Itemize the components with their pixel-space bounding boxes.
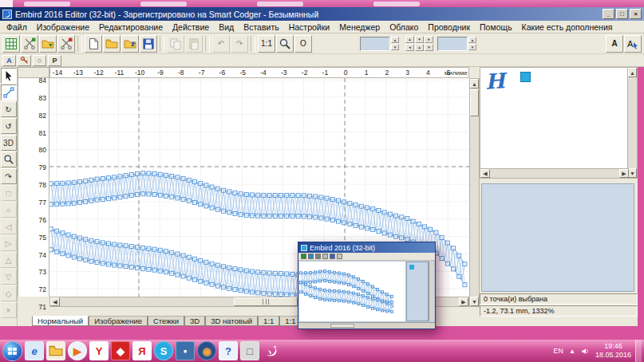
flag-p-button[interactable]: P [48, 55, 61, 66]
font-a-button[interactable]: A [2, 55, 16, 66]
popup-tool-1[interactable] [308, 254, 314, 259]
transform-tool[interactable]: ↷ [1, 168, 17, 184]
open-file-button[interactable] [103, 35, 121, 53]
redo-button[interactable]: ↷ [231, 35, 248, 53]
popup-tool-5[interactable] [337, 254, 342, 259]
scroll-right-icon[interactable]: ▶ [619, 169, 629, 178]
diamond-tool[interactable]: ◇ [1, 285, 17, 301]
menu-item-9[interactable]: Проводник [423, 22, 475, 33]
taskbar-media-player[interactable]: ▶ [68, 341, 87, 360]
node-edit-tool[interactable] [1, 85, 17, 100]
popup-tool-0[interactable] [301, 254, 306, 259]
tray-expand-icon[interactable]: ▲ [569, 348, 575, 355]
taskbar-embird-bird[interactable] [262, 341, 281, 360]
triangle-down-tool[interactable]: ▽ [1, 269, 17, 285]
color-swatch-2[interactable] [437, 37, 468, 51]
rotate-tool[interactable]: ↺ [1, 118, 17, 134]
scroll-up-icon[interactable]: ▲ [470, 79, 479, 89]
view-3d-tool[interactable]: 3D [1, 135, 17, 151]
popup-scroll-thumb[interactable] [330, 324, 354, 328]
tray-language[interactable]: EN [554, 347, 564, 355]
save-file-button[interactable] [140, 35, 157, 53]
triangle-up-tool[interactable]: △ [1, 252, 17, 268]
panel-vertical-scrollbar[interactable]: ▲ ▼ [627, 68, 637, 178]
menu-item-3[interactable]: Действие [168, 22, 214, 33]
scroll-left-icon[interactable]: ◀ [480, 169, 490, 178]
taskbar-help[interactable]: ? [219, 341, 238, 360]
color-swatch-1[interactable] [360, 37, 390, 51]
import-file-button[interactable] [121, 35, 139, 53]
lasso-tool-button[interactable]: ○ [33, 55, 46, 66]
hoop-export-button[interactable] [39, 35, 57, 53]
reshape-tool[interactable]: ↻ [1, 101, 17, 117]
vertical-scroll-thumb[interactable] [470, 89, 479, 116]
menu-item-5[interactable]: Вставить [239, 22, 284, 33]
menu-item-6[interactable]: Настройки [284, 22, 335, 33]
tab-0[interactable]: Нормальный [32, 316, 89, 326]
tab-4[interactable]: 3D натовый [205, 316, 258, 326]
spinner-2-down-icon[interactable]: ▾ [468, 44, 476, 50]
menu-item-1[interactable]: Изображение [32, 22, 94, 33]
taskbar-yandex-browser[interactable]: Y [89, 341, 109, 360]
zoom-tool-button[interactable] [276, 35, 294, 53]
popup-vertical-scrollbar[interactable] [429, 262, 434, 321]
rect-tool[interactable]: □ [1, 185, 17, 201]
tab-5[interactable]: 1:1 [258, 316, 279, 326]
mini-controls-4[interactable]: ▴ [415, 44, 424, 51]
taskbar-round-app[interactable]: ◉ [197, 341, 216, 360]
menu-item-11[interactable]: Какие есть дополнения [517, 22, 618, 33]
letter-o-button[interactable]: O [294, 35, 312, 53]
taskbar-skype[interactable]: S [154, 341, 173, 360]
canvas-vertical-scrollbar[interactable]: ▲ ▼ [469, 78, 480, 307]
text-edit-button[interactable]: A [624, 35, 642, 53]
mini-controls-5[interactable]: ▾ [425, 44, 433, 51]
close-button[interactable]: × [630, 9, 642, 19]
mirror-left-tool[interactable]: ◁ [1, 218, 17, 234]
start-button[interactable] [2, 341, 22, 361]
mirror-right-tool[interactable]: ▷ [1, 235, 17, 251]
taskbar-window-app[interactable]: □ [240, 341, 259, 360]
menu-item-7[interactable]: Менеджер [334, 22, 385, 33]
spinner-1-down-icon[interactable]: ▾ [391, 44, 399, 50]
tab-3[interactable]: 3D [184, 316, 205, 326]
titlebar[interactable]: Embird 2016 Editor (32-bit) - Зарегистри… [0, 7, 644, 21]
object-list-panel[interactable]: H ▲ ▼ ◀ ▶ [480, 67, 638, 179]
show-desktop-button[interactable] [635, 340, 642, 362]
menu-item-10[interactable]: Помощь [475, 22, 517, 33]
popup-canvas[interactable] [299, 262, 405, 321]
scroll-down-icon[interactable]: ▼ [470, 297, 479, 306]
spinner-1-up-icon[interactable]: ▴ [391, 37, 399, 43]
zoom-1to1-button[interactable]: 1:1 [258, 35, 275, 53]
spinner-2-up-icon[interactable]: ▴ [468, 37, 476, 43]
taskbar-ie[interactable]: e [25, 341, 44, 360]
ellipse-tool[interactable]: ○ [1, 202, 17, 218]
menu-item-0[interactable]: Файл [2, 22, 32, 33]
tab-1[interactable]: Изображение [89, 316, 148, 326]
hoop-grid-button[interactable] [2, 35, 20, 53]
popup-horizontal-scrollbar[interactable] [298, 322, 435, 329]
cross-tool[interactable]: × [1, 302, 17, 318]
copy-button[interactable] [167, 35, 184, 53]
popup-tool-2[interactable] [315, 254, 321, 259]
menu-item-2[interactable]: Редактирование [94, 22, 168, 33]
scroll-down-icon[interactable]: ▼ [628, 168, 637, 178]
tray-volume-icon[interactable] [581, 347, 590, 356]
mini-controls-2[interactable]: ▸ [425, 36, 433, 43]
popup-window[interactable]: Embird 2016 (32-bit) [298, 242, 436, 329]
delete-stitches-button[interactable] [57, 35, 75, 53]
paste-button[interactable] [185, 35, 203, 53]
split-stitches-button[interactable] [21, 35, 38, 53]
spinner-1[interactable]: ▴▾ [391, 37, 399, 50]
popup-tool-3[interactable] [322, 254, 328, 259]
tab-2[interactable]: Стежки [148, 316, 184, 326]
text-a-button[interactable]: A [606, 35, 623, 53]
taskbar-red-app[interactable]: ◆ [111, 341, 130, 360]
select-tool[interactable] [1, 68, 17, 84]
scroll-up-icon[interactable]: ▲ [628, 68, 637, 77]
horizontal-scroll-thumb[interactable] [234, 297, 298, 306]
scroll-right-icon[interactable]: ▶ [459, 297, 468, 306]
taskbar-explorer[interactable] [46, 341, 65, 360]
panel-horizontal-scrollbar[interactable]: ◀ ▶ [480, 168, 629, 178]
mini-controls-1[interactable]: ▾ [415, 36, 424, 43]
tray-clock[interactable]: 19:46 18.05.2016 [595, 342, 631, 360]
